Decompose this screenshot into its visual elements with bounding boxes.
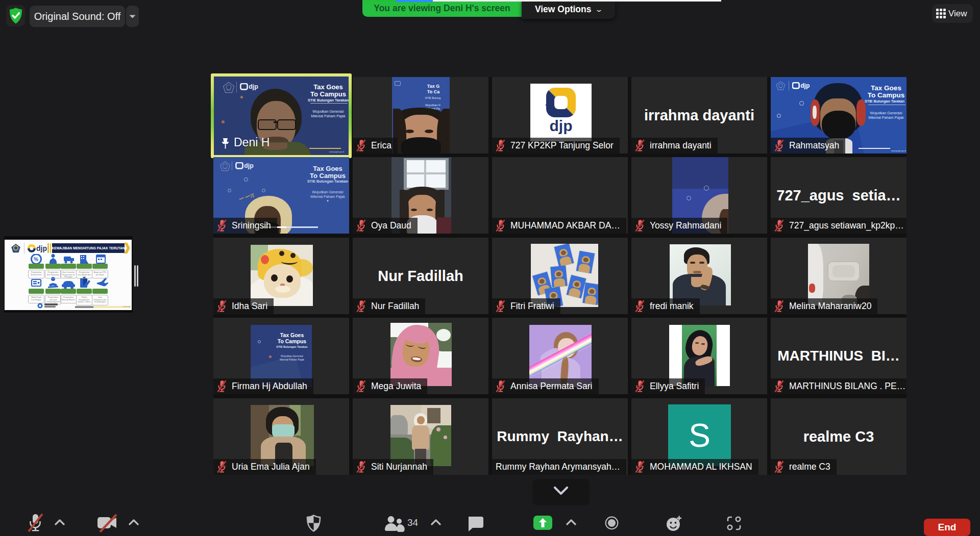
svg-text:%: % — [34, 257, 38, 262]
